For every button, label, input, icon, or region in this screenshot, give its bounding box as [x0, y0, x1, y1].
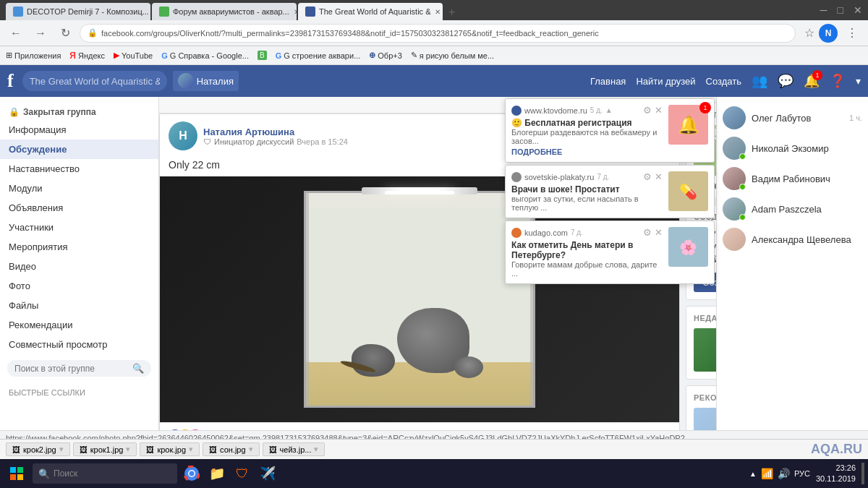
bookmark-yandex[interactable]: Я Яндекс — [69, 51, 105, 61]
bookmark-aqua-label: G строение аквари... — [284, 51, 360, 60]
tray-sound[interactable]: 🔊 — [778, 468, 790, 479]
taskbar-icon-antivirus[interactable]: 🛡 — [231, 463, 253, 484]
friend-item-3[interactable]: Вадим Рабинович — [723, 163, 862, 194]
fb-nav-create[interactable]: Создать — [706, 76, 741, 87]
bookmark-apps[interactable]: ⊞ Приложения — [6, 51, 61, 60]
friend-avatar-2 — [723, 137, 746, 160]
minimize-button[interactable]: ─ — [820, 4, 827, 16]
friend-item-4[interactable]: Adam Paszczela — [723, 194, 862, 224]
fb-messenger-icon[interactable]: 💬 — [778, 73, 793, 89]
fb-people-icon[interactable]: 👥 — [752, 73, 767, 89]
settings-icon-2[interactable]: ⚙ — [643, 171, 652, 182]
ad-3-header: kudago.com 7 д. ⚙ ✕ — [511, 227, 663, 238]
tab-3-close[interactable]: ✕ — [435, 8, 441, 16]
ad-2-controls: ⚙ ✕ — [643, 171, 663, 182]
fb-nav-friends[interactable]: Найти друзей — [636, 76, 695, 87]
ad-3-text: Говорите мамам добрые слова, дарите ... — [511, 260, 663, 278]
show-desktop-button[interactable] — [861, 463, 864, 484]
taskbar-search-box[interactable]: 🔍 Поиск — [33, 463, 177, 484]
download-item-4[interactable]: 🖼 сон.jpg ▾ — [203, 442, 260, 456]
taskbar-icon-chrome[interactable] — [181, 463, 203, 484]
download-chevron-1[interactable]: ▾ — [59, 445, 64, 454]
tray-up-arrow[interactable]: ▲ — [749, 470, 757, 478]
sidebar-item-watch[interactable]: Совместный просмотр — [0, 335, 158, 354]
sidebar-item-files[interactable]: Файлы — [0, 296, 158, 315]
sidebar-item-modules[interactable]: Модули — [0, 179, 158, 198]
ad-2-title: Врачи в шоке! Простатит — [511, 184, 663, 194]
sidebar-item-photo[interactable]: Фото — [0, 276, 158, 296]
profile-button[interactable]: N — [819, 24, 838, 43]
friend-item-1[interactable]: Олег Лабутов 1 ч. — [723, 103, 862, 133]
fb-profile-btn[interactable]: Наталия — [173, 71, 239, 91]
ad-1-more[interactable]: ПОДРОБНЕЕ — [511, 147, 663, 156]
tab-1[interactable]: DECOTOP Demirji 7 - Композиц... ✕ — [6, 3, 150, 20]
close-button[interactable]: ✕ — [854, 4, 862, 16]
sidebar-item-members[interactable]: Участники — [0, 218, 158, 237]
tab-2[interactable]: Форум аквариумистов - аквар... ✕ — [152, 3, 297, 20]
fb-dropdown-icon[interactable]: ▾ — [856, 75, 861, 87]
taskbar-icon-telegram[interactable]: ✈️ — [257, 463, 278, 484]
sidebar-item-video[interactable]: Видео — [0, 257, 158, 276]
tab-2-close[interactable]: ✕ — [294, 8, 297, 16]
fb-avatar-small — [178, 73, 194, 89]
download-chevron-4[interactable]: ▾ — [249, 445, 253, 454]
close-icon-2[interactable]: ✕ — [655, 171, 663, 182]
settings-icon-3[interactable]: ⚙ — [643, 227, 652, 238]
sidebar-item-discussion[interactable]: Обсуждение — [0, 140, 158, 159]
forward-button[interactable]: → — [30, 23, 51, 43]
tab-3[interactable]: The Great World of Aquaristic & ✕ — [298, 3, 443, 20]
download-chevron-3[interactable]: ▾ — [189, 445, 193, 454]
sidebar-item-recommendations[interactable]: Рекомендации — [0, 315, 158, 335]
fb-nav-home[interactable]: Главная — [590, 76, 626, 87]
fb-help-icon[interactable]: ❓ — [830, 73, 846, 89]
post-avatar: Н — [169, 121, 197, 150]
start-button[interactable] — [4, 461, 29, 487]
taskbar-icon-explorer[interactable]: 📁 — [206, 463, 228, 484]
back-button[interactable]: ← — [6, 23, 26, 43]
maximize-button[interactable]: □ — [838, 4, 843, 16]
bookmark-b[interactable]: B — [258, 51, 267, 60]
url-bar[interactable]: 🔒 facebook.com/groups/OliverKnott/?multi… — [80, 24, 796, 43]
close-icon-1[interactable]: ✕ — [655, 105, 663, 116]
download-chevron-5[interactable]: ▾ — [314, 445, 318, 454]
bookmark-obr[interactable]: ⊕ Обр+3 — [369, 51, 402, 60]
bookmarks-bar: ⊞ Приложения Я Яндекс ▶ YouTube G G Спра… — [0, 46, 868, 65]
settings-icon-1[interactable]: ⚙ — [643, 105, 652, 116]
bookmark-draw[interactable]: ✎ я рисую белым ме... — [411, 51, 494, 60]
fb-search-input[interactable] — [22, 71, 167, 91]
svg-rect-3 — [17, 474, 23, 480]
close-icon-3[interactable]: ✕ — [655, 227, 663, 238]
refresh-button[interactable]: ↻ — [55, 23, 75, 43]
bookmark-youtube[interactable]: ▶ YouTube — [114, 51, 153, 60]
bookmark-star-icon[interactable]: ☆ — [804, 26, 814, 40]
lock-icon: 🔒 — [88, 28, 98, 38]
post-comments[interactable]: Комментарии: 4 — [601, 430, 671, 431]
sidebar-item-events[interactable]: Мероприятия — [0, 237, 158, 257]
sidebar-search-input[interactable] — [14, 364, 129, 374]
friend-online-dot-2 — [739, 153, 746, 160]
bookmark-google-aqua[interactable]: G G строение аквари... — [276, 51, 361, 60]
sidebar-item-announcements[interactable]: Объявления — [0, 198, 158, 218]
sidebar-item-info[interactable]: Информация — [0, 120, 158, 140]
download-item-3[interactable]: 🖼 крок.jpg ▾ — [140, 442, 200, 456]
new-tab-button[interactable]: + — [444, 4, 459, 20]
taskbar-time-display[interactable]: 23:26 30.11.2019 — [816, 463, 856, 485]
download-item-1[interactable]: 🖼 крок2.jpg ▾ — [6, 442, 70, 456]
taskbar-right: ▲ 📶 🔊 РУС 23:26 30.11.2019 — [749, 463, 864, 485]
tray-network[interactable]: 📶 — [761, 468, 773, 479]
tab-1-title: DECOTOP Demirji 7 - Композиц... — [27, 7, 149, 16]
download-item-5[interactable]: 🖼 чейз.jp... ▾ — [263, 442, 326, 456]
download-item-2[interactable]: 🖼 крок1.jpg ▾ — [73, 442, 137, 456]
bookmark-google-help[interactable]: G G Справка - Google... — [161, 51, 249, 60]
yandex-icon: Я — [69, 51, 76, 61]
obr-icon: ⊕ — [369, 51, 375, 60]
friend-item-2[interactable]: Николай Экзомир — [723, 133, 862, 163]
fb-notifications-btn[interactable]: 🔔 1 — [804, 73, 820, 89]
menu-button[interactable]: ⋮ — [842, 23, 862, 43]
bookmark-obr-label: Обр+3 — [378, 51, 402, 60]
tray-language[interactable]: РУС — [794, 469, 810, 478]
download-chevron-2[interactable]: ▾ — [126, 445, 130, 454]
sidebar-item-mentorship[interactable]: Наставничество — [0, 159, 158, 179]
friend-item-5[interactable]: Александра Щевелева — [723, 224, 862, 254]
post-author-name[interactable]: Наталия Артюшина — [203, 127, 348, 137]
